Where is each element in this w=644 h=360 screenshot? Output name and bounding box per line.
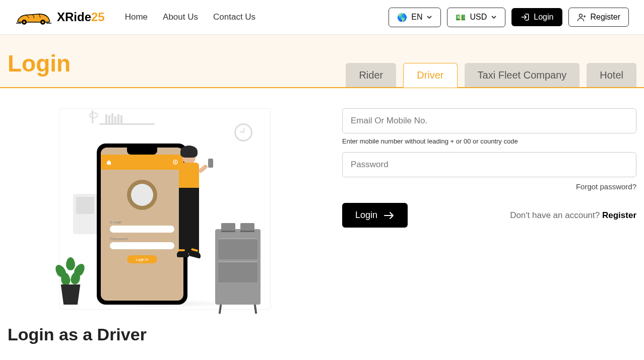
- svg-point-3: [42, 21, 44, 23]
- brand-logo[interactable]: XRide25: [15, 7, 105, 27]
- tab-hotel[interactable]: Hotel: [587, 63, 636, 87]
- page-titlebar: Login Rider Driver Taxi Fleet Company Ho…: [0, 35, 644, 88]
- role-tabs: Rider Driver Taxi Fleet Company Hotel: [346, 63, 636, 87]
- site-header: XRide25 Home About Us Contact Us 🌎 EN 💵 …: [0, 0, 644, 35]
- language-selector[interactable]: 🌎 EN: [389, 8, 441, 27]
- chevron-down-icon: [426, 14, 432, 20]
- globe-icon: 🌎: [397, 13, 407, 22]
- left-heading: Login as a Driver: [8, 325, 147, 344]
- page-title: Login: [8, 50, 71, 87]
- email-hint: Enter mobile number without leading + or…: [342, 137, 636, 145]
- nav-about[interactable]: About Us: [163, 12, 198, 22]
- form-footer: Login Don't have an account? Register: [342, 203, 636, 228]
- forgot-password-link[interactable]: Forgot password?: [342, 182, 636, 191]
- plant-illustration: [59, 284, 82, 305]
- nav-home[interactable]: Home: [125, 12, 148, 22]
- car-icon: [15, 7, 53, 27]
- brand-name: XRide25: [57, 10, 105, 24]
- arrow-right-icon: [383, 211, 395, 220]
- chevron-down-icon: [491, 14, 497, 20]
- register-link[interactable]: Register: [602, 210, 636, 220]
- svg-point-6: [175, 162, 176, 163]
- left-panel: E-mail Password Login In Login as a Driv…: [8, 108, 322, 344]
- person-illustration: [182, 149, 199, 253]
- tab-driver[interactable]: Driver: [403, 63, 457, 88]
- phone-illustration: E-mail Password Login In: [97, 143, 187, 305]
- top-nav: Home About Us Contact Us: [125, 12, 255, 22]
- illustration-login-button: Login In: [127, 255, 157, 263]
- submit-login-button[interactable]: Login: [342, 203, 408, 228]
- money-icon: 💵: [456, 13, 466, 22]
- svg-point-1: [23, 21, 25, 23]
- user-plus-icon: [577, 13, 586, 22]
- tab-rider[interactable]: Rider: [346, 63, 396, 87]
- header-login-button[interactable]: Login: [511, 8, 562, 26]
- language-label: EN: [411, 13, 422, 22]
- login-form: Enter mobile number without leading + or…: [342, 108, 636, 344]
- illustration-password-label: Password: [110, 237, 174, 241]
- header-register-button[interactable]: Register: [568, 8, 629, 27]
- svg-point-4: [579, 14, 583, 17]
- register-label: Register: [590, 13, 620, 22]
- illustration-email-label: E-mail: [110, 220, 174, 225]
- header-actions: 🌎 EN 💵 USD Login Register: [389, 8, 629, 27]
- main-content: E-mail Password Login In Login as a Driv…: [0, 88, 644, 360]
- drawer-illustration: [215, 229, 261, 305]
- password-field[interactable]: [342, 152, 636, 177]
- currency-selector[interactable]: 💵 USD: [447, 8, 505, 27]
- submit-label: Login: [355, 210, 377, 221]
- clock-icon: [234, 123, 252, 141]
- login-icon: [521, 13, 530, 22]
- login-label: Login: [534, 13, 553, 22]
- avatar-icon: [127, 180, 157, 210]
- email-field[interactable]: [342, 108, 636, 133]
- home-icon: [106, 159, 112, 165]
- currency-label: USD: [470, 13, 487, 22]
- gear-icon: [172, 159, 178, 165]
- nav-contact[interactable]: Contact Us: [213, 12, 255, 22]
- register-prompt: Don't have an account? Register: [510, 210, 636, 221]
- login-illustration: E-mail Password Login In: [59, 108, 271, 310]
- tab-fleet[interactable]: Taxi Fleet Company: [465, 63, 580, 87]
